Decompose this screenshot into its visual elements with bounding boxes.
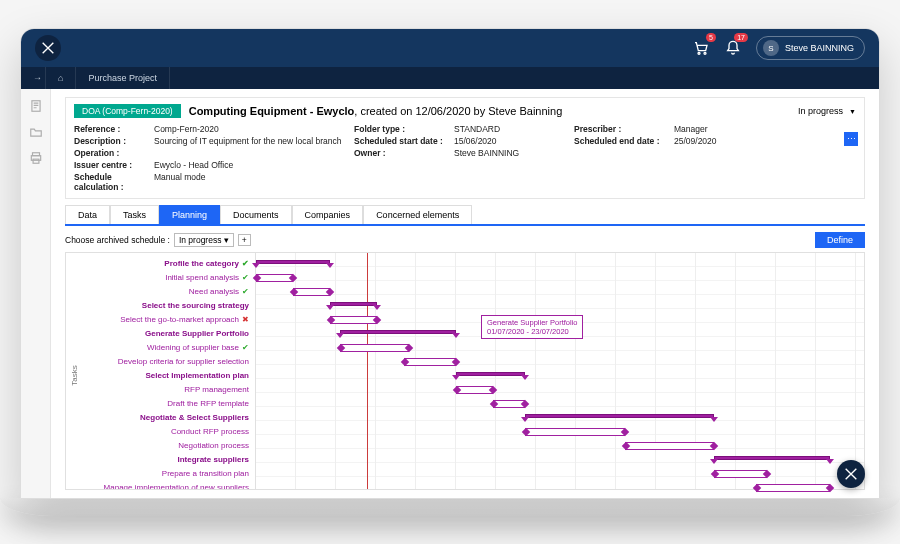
gantt-phase-bar[interactable] — [714, 456, 830, 460]
task-label: Develop criteria for supplier selection — [68, 355, 249, 369]
project-title: Computing Equipment - Ewyclo, created on… — [189, 105, 563, 117]
task-label: Generate Supplier Portfolio — [68, 327, 249, 341]
send-value: 25/09/2020 — [674, 136, 774, 146]
tab-concerned[interactable]: Concerned elements — [363, 205, 472, 224]
bell-badge: 17 — [734, 33, 748, 42]
rail-folder-icon[interactable] — [29, 125, 43, 139]
cart-badge: 5 — [706, 33, 716, 42]
app-topbar: 5 17 S Steve BAINNING — [21, 29, 879, 67]
task-label: Manage implementation of new suppliers — [68, 481, 249, 489]
gantt-task-bar[interactable] — [756, 484, 830, 492]
sched-label: Schedule calculation — [74, 172, 154, 192]
task-label: Initial spend analysis✔ — [68, 271, 249, 285]
task-label: Select the go-to-market approach✖ — [68, 313, 249, 327]
task-label: RFP management — [68, 383, 249, 397]
desc-label: Description — [74, 136, 154, 146]
ftype-label: Folder type — [354, 124, 454, 134]
nav-home-icon[interactable]: ⌂ — [46, 67, 76, 89]
svg-point-0 — [698, 52, 700, 54]
gantt-task-bar[interactable] — [330, 316, 377, 324]
task-label: Integrate suppliers — [68, 453, 249, 467]
user-menu[interactable]: S Steve BAINNING — [756, 36, 865, 60]
avatar: S — [763, 40, 779, 56]
task-label: Draft the RFP template — [68, 397, 249, 411]
svg-point-1 — [704, 52, 706, 54]
op-value — [154, 148, 354, 158]
sstart-value: 15/06/2020 — [454, 136, 574, 146]
tab-companies[interactable]: Companies — [292, 205, 364, 224]
tab-data[interactable]: Data — [65, 205, 110, 224]
gantt-tooltip: Generate Supplier Portfolio 01/07/2020 -… — [481, 315, 583, 339]
side-rail — [21, 89, 51, 498]
ftype-value: STANDARD — [454, 124, 574, 134]
gantt-phase-bar[interactable] — [256, 260, 330, 264]
bell-icon[interactable]: 17 — [724, 39, 742, 57]
owner-value: Steve BAINNING — [454, 148, 574, 158]
user-name: Steve BAINNING — [785, 43, 854, 53]
tab-documents[interactable]: Documents — [220, 205, 292, 224]
define-button[interactable]: Define — [815, 232, 865, 248]
rail-print-icon[interactable] — [29, 151, 43, 165]
gantt-phase-bar[interactable] — [456, 372, 524, 376]
breadcrumb-page[interactable]: Purchase Project — [76, 67, 170, 89]
archived-label: Choose archived schedule : — [65, 235, 170, 245]
tab-strip: Data Tasks Planning Documents Companies … — [65, 205, 865, 226]
sched-value: Manual mode — [154, 172, 354, 192]
archived-select[interactable]: In progress ▾ — [174, 233, 234, 247]
gantt-task-bar[interactable] — [625, 442, 715, 450]
task-label: Select the sourcing strategy — [68, 299, 249, 313]
gantt-y-title: Tasks — [70, 365, 79, 385]
gantt-task-bar[interactable] — [256, 274, 293, 282]
app-logo[interactable] — [35, 35, 61, 61]
sstart-label: Scheduled start date — [354, 136, 454, 146]
task-label: Profile the category✔ — [68, 257, 249, 271]
breadcrumb-bar: → ⌂ Purchase Project — [21, 67, 879, 89]
task-label: Prepare a transition plan — [68, 467, 249, 481]
issuer-value: Ewyclo - Head Office — [154, 160, 354, 170]
nav-forward[interactable]: → — [21, 67, 46, 89]
today-line — [367, 253, 368, 489]
gantt-task-bar[interactable] — [293, 288, 330, 296]
gantt-task-bar[interactable] — [456, 386, 493, 394]
task-label: Conduct RFP process — [68, 425, 249, 439]
task-label: Negotiation process — [68, 439, 249, 453]
gantt-chart: Tasks Profile the category✔Initial spend… — [65, 252, 865, 490]
gantt-grid[interactable]: Generate Supplier Portfolio 01/07/2020 -… — [256, 253, 864, 489]
rail-doc-icon[interactable] — [29, 99, 43, 113]
gantt-task-bar[interactable] — [714, 470, 767, 478]
gantt-phase-bar[interactable] — [340, 330, 456, 334]
gantt-phase-bar[interactable] — [525, 414, 715, 418]
presc-label: Prescriber — [574, 124, 674, 134]
doa-chip[interactable]: DOA (Comp-Fern-2020) — [74, 104, 181, 118]
project-header-card: DOA (Comp-Fern-2020) Computing Equipment… — [65, 97, 865, 199]
gantt-task-bar[interactable] — [525, 428, 625, 436]
status-label: In progress — [798, 106, 843, 116]
issuer-label: Issuer centre — [74, 160, 154, 170]
tab-tasks[interactable]: Tasks — [110, 205, 159, 224]
task-label: Need analysis✔ — [68, 285, 249, 299]
tab-planning[interactable]: Planning — [159, 205, 220, 224]
desc-value: Sourcing of IT equipment for the new loc… — [154, 136, 354, 146]
gantt-task-bar[interactable] — [404, 358, 457, 366]
help-fab[interactable] — [837, 460, 865, 488]
presc-value: Manager — [674, 124, 774, 134]
gantt-phase-bar[interactable] — [330, 302, 377, 306]
op-label: Operation — [74, 148, 154, 158]
task-label: Select Implementation plan — [68, 369, 249, 383]
gantt-task-bar[interactable] — [340, 344, 408, 352]
ref-value: Comp-Fern-2020 — [154, 124, 354, 134]
ref-label: Reference — [74, 124, 154, 134]
cart-icon[interactable]: 5 — [692, 39, 710, 57]
send-label: Scheduled end date — [574, 136, 674, 146]
task-label: Negotiate & Select Suppliers — [68, 411, 249, 425]
actions-button[interactable]: ⋯ — [844, 132, 858, 146]
owner-label: Owner — [354, 148, 454, 158]
task-label: Widening of supplier base✔ — [68, 341, 249, 355]
add-schedule-button[interactable]: + — [238, 234, 251, 246]
